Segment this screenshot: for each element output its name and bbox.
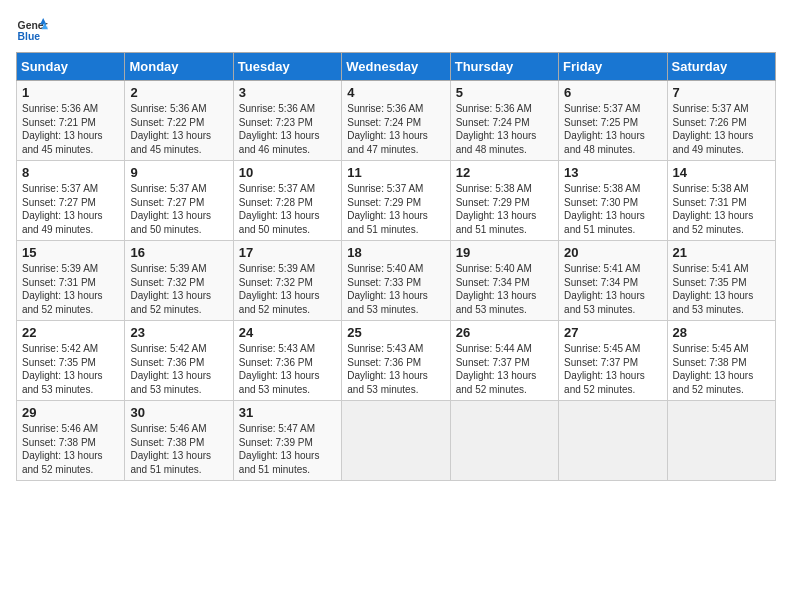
day-number: 9 xyxy=(130,165,227,180)
day-number: 24 xyxy=(239,325,336,340)
day-number: 12 xyxy=(456,165,553,180)
day-info: Sunrise: 5:39 AM Sunset: 7:32 PM Dayligh… xyxy=(239,262,336,316)
day-number: 22 xyxy=(22,325,119,340)
day-number: 6 xyxy=(564,85,661,100)
day-info: Sunrise: 5:37 AM Sunset: 7:26 PM Dayligh… xyxy=(673,102,770,156)
day-cell: 17 Sunrise: 5:39 AM Sunset: 7:32 PM Dayl… xyxy=(233,241,341,321)
day-cell: 18 Sunrise: 5:40 AM Sunset: 7:33 PM Dayl… xyxy=(342,241,450,321)
day-cell: 30 Sunrise: 5:46 AM Sunset: 7:38 PM Dayl… xyxy=(125,401,233,481)
day-number: 16 xyxy=(130,245,227,260)
day-number: 2 xyxy=(130,85,227,100)
calendar-table: SundayMondayTuesdayWednesdayThursdayFrid… xyxy=(16,52,776,481)
day-info: Sunrise: 5:44 AM Sunset: 7:37 PM Dayligh… xyxy=(456,342,553,396)
day-cell: 2 Sunrise: 5:36 AM Sunset: 7:22 PM Dayli… xyxy=(125,81,233,161)
day-number: 25 xyxy=(347,325,444,340)
day-number: 28 xyxy=(673,325,770,340)
weekday-row: SundayMondayTuesdayWednesdayThursdayFrid… xyxy=(17,53,776,81)
day-info: Sunrise: 5:41 AM Sunset: 7:34 PM Dayligh… xyxy=(564,262,661,316)
day-info: Sunrise: 5:37 AM Sunset: 7:27 PM Dayligh… xyxy=(22,182,119,236)
day-number: 14 xyxy=(673,165,770,180)
day-number: 17 xyxy=(239,245,336,260)
day-number: 27 xyxy=(564,325,661,340)
weekday-header-thursday: Thursday xyxy=(450,53,558,81)
day-info: Sunrise: 5:37 AM Sunset: 7:28 PM Dayligh… xyxy=(239,182,336,236)
day-number: 18 xyxy=(347,245,444,260)
logo: General Blue xyxy=(16,16,48,44)
day-cell: 7 Sunrise: 5:37 AM Sunset: 7:26 PM Dayli… xyxy=(667,81,775,161)
day-info: Sunrise: 5:46 AM Sunset: 7:38 PM Dayligh… xyxy=(130,422,227,476)
day-info: Sunrise: 5:43 AM Sunset: 7:36 PM Dayligh… xyxy=(347,342,444,396)
day-cell: 24 Sunrise: 5:43 AM Sunset: 7:36 PM Dayl… xyxy=(233,321,341,401)
day-cell: 1 Sunrise: 5:36 AM Sunset: 7:21 PM Dayli… xyxy=(17,81,125,161)
day-cell: 9 Sunrise: 5:37 AM Sunset: 7:27 PM Dayli… xyxy=(125,161,233,241)
week-row-5: 29 Sunrise: 5:46 AM Sunset: 7:38 PM Dayl… xyxy=(17,401,776,481)
week-row-2: 8 Sunrise: 5:37 AM Sunset: 7:27 PM Dayli… xyxy=(17,161,776,241)
day-cell: 14 Sunrise: 5:38 AM Sunset: 7:31 PM Dayl… xyxy=(667,161,775,241)
day-number: 13 xyxy=(564,165,661,180)
day-cell: 13 Sunrise: 5:38 AM Sunset: 7:30 PM Dayl… xyxy=(559,161,667,241)
day-info: Sunrise: 5:39 AM Sunset: 7:32 PM Dayligh… xyxy=(130,262,227,316)
day-cell: 25 Sunrise: 5:43 AM Sunset: 7:36 PM Dayl… xyxy=(342,321,450,401)
day-number: 23 xyxy=(130,325,227,340)
day-cell: 21 Sunrise: 5:41 AM Sunset: 7:35 PM Dayl… xyxy=(667,241,775,321)
day-cell: 6 Sunrise: 5:37 AM Sunset: 7:25 PM Dayli… xyxy=(559,81,667,161)
day-info: Sunrise: 5:40 AM Sunset: 7:33 PM Dayligh… xyxy=(347,262,444,316)
weekday-header-monday: Monday xyxy=(125,53,233,81)
header: General Blue xyxy=(16,16,776,44)
day-number: 26 xyxy=(456,325,553,340)
day-info: Sunrise: 5:36 AM Sunset: 7:24 PM Dayligh… xyxy=(456,102,553,156)
day-info: Sunrise: 5:36 AM Sunset: 7:22 PM Dayligh… xyxy=(130,102,227,156)
day-cell: 26 Sunrise: 5:44 AM Sunset: 7:37 PM Dayl… xyxy=(450,321,558,401)
day-info: Sunrise: 5:39 AM Sunset: 7:31 PM Dayligh… xyxy=(22,262,119,316)
day-number: 30 xyxy=(130,405,227,420)
day-number: 20 xyxy=(564,245,661,260)
day-number: 1 xyxy=(22,85,119,100)
day-info: Sunrise: 5:38 AM Sunset: 7:29 PM Dayligh… xyxy=(456,182,553,236)
day-number: 11 xyxy=(347,165,444,180)
day-cell: 3 Sunrise: 5:36 AM Sunset: 7:23 PM Dayli… xyxy=(233,81,341,161)
day-info: Sunrise: 5:36 AM Sunset: 7:21 PM Dayligh… xyxy=(22,102,119,156)
day-cell: 12 Sunrise: 5:38 AM Sunset: 7:29 PM Dayl… xyxy=(450,161,558,241)
day-info: Sunrise: 5:38 AM Sunset: 7:31 PM Dayligh… xyxy=(673,182,770,236)
day-info: Sunrise: 5:36 AM Sunset: 7:24 PM Dayligh… xyxy=(347,102,444,156)
week-row-1: 1 Sunrise: 5:36 AM Sunset: 7:21 PM Dayli… xyxy=(17,81,776,161)
day-number: 7 xyxy=(673,85,770,100)
day-cell: 27 Sunrise: 5:45 AM Sunset: 7:37 PM Dayl… xyxy=(559,321,667,401)
day-cell: 20 Sunrise: 5:41 AM Sunset: 7:34 PM Dayl… xyxy=(559,241,667,321)
day-info: Sunrise: 5:45 AM Sunset: 7:37 PM Dayligh… xyxy=(564,342,661,396)
weekday-header-tuesday: Tuesday xyxy=(233,53,341,81)
day-cell: 5 Sunrise: 5:36 AM Sunset: 7:24 PM Dayli… xyxy=(450,81,558,161)
calendar-body: 1 Sunrise: 5:36 AM Sunset: 7:21 PM Dayli… xyxy=(17,81,776,481)
day-info: Sunrise: 5:41 AM Sunset: 7:35 PM Dayligh… xyxy=(673,262,770,316)
day-info: Sunrise: 5:42 AM Sunset: 7:36 PM Dayligh… xyxy=(130,342,227,396)
day-cell: 10 Sunrise: 5:37 AM Sunset: 7:28 PM Dayl… xyxy=(233,161,341,241)
day-number: 4 xyxy=(347,85,444,100)
day-info: Sunrise: 5:37 AM Sunset: 7:25 PM Dayligh… xyxy=(564,102,661,156)
day-cell: 22 Sunrise: 5:42 AM Sunset: 7:35 PM Dayl… xyxy=(17,321,125,401)
day-cell: 8 Sunrise: 5:37 AM Sunset: 7:27 PM Dayli… xyxy=(17,161,125,241)
day-cell: 15 Sunrise: 5:39 AM Sunset: 7:31 PM Dayl… xyxy=(17,241,125,321)
weekday-header-sunday: Sunday xyxy=(17,53,125,81)
day-info: Sunrise: 5:43 AM Sunset: 7:36 PM Dayligh… xyxy=(239,342,336,396)
calendar-header: SundayMondayTuesdayWednesdayThursdayFrid… xyxy=(17,53,776,81)
day-number: 5 xyxy=(456,85,553,100)
day-number: 3 xyxy=(239,85,336,100)
day-cell: 23 Sunrise: 5:42 AM Sunset: 7:36 PM Dayl… xyxy=(125,321,233,401)
logo-icon: General Blue xyxy=(16,16,48,44)
day-info: Sunrise: 5:46 AM Sunset: 7:38 PM Dayligh… xyxy=(22,422,119,476)
day-cell: 28 Sunrise: 5:45 AM Sunset: 7:38 PM Dayl… xyxy=(667,321,775,401)
weekday-header-wednesday: Wednesday xyxy=(342,53,450,81)
week-row-3: 15 Sunrise: 5:39 AM Sunset: 7:31 PM Dayl… xyxy=(17,241,776,321)
day-number: 21 xyxy=(673,245,770,260)
day-info: Sunrise: 5:45 AM Sunset: 7:38 PM Dayligh… xyxy=(673,342,770,396)
day-info: Sunrise: 5:36 AM Sunset: 7:23 PM Dayligh… xyxy=(239,102,336,156)
day-number: 8 xyxy=(22,165,119,180)
day-info: Sunrise: 5:37 AM Sunset: 7:29 PM Dayligh… xyxy=(347,182,444,236)
day-cell: 19 Sunrise: 5:40 AM Sunset: 7:34 PM Dayl… xyxy=(450,241,558,321)
day-info: Sunrise: 5:40 AM Sunset: 7:34 PM Dayligh… xyxy=(456,262,553,316)
day-cell: 4 Sunrise: 5:36 AM Sunset: 7:24 PM Dayli… xyxy=(342,81,450,161)
day-number: 19 xyxy=(456,245,553,260)
day-number: 29 xyxy=(22,405,119,420)
week-row-4: 22 Sunrise: 5:42 AM Sunset: 7:35 PM Dayl… xyxy=(17,321,776,401)
day-number: 15 xyxy=(22,245,119,260)
